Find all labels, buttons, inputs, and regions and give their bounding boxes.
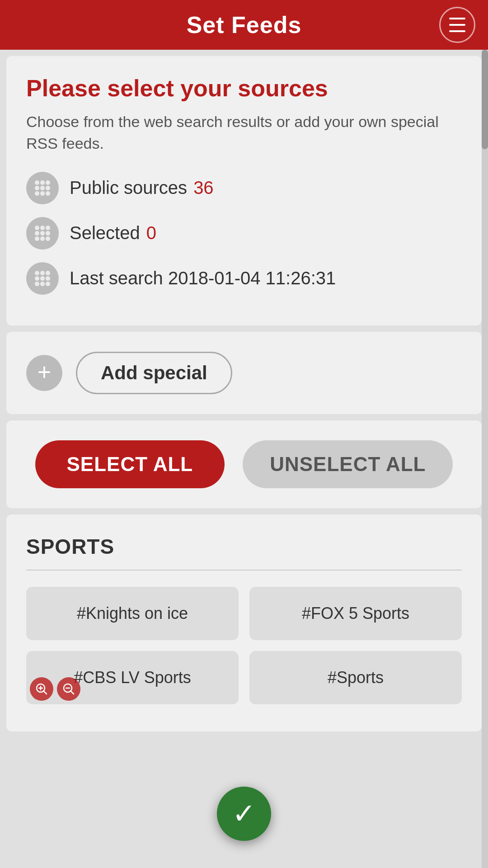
- svg-point-12: [35, 231, 39, 236]
- last-search-value: 2018-01-04 11:26:31: [168, 268, 336, 288]
- feed-item-cbs[interactable]: #CBS LV Sports: [26, 651, 239, 704]
- feeds-grid: #Knights on ice #FOX 5 Sports #CBS LV Sp…: [26, 587, 462, 704]
- last-search-label: Last search 2018-01-04 11:26:31: [70, 268, 336, 288]
- checkmark-icon: ✓: [232, 800, 256, 828]
- selected-row: Selected 0: [26, 217, 462, 250]
- svg-point-0: [35, 180, 39, 185]
- svg-point-9: [35, 226, 39, 230]
- public-sources-icon: [26, 172, 59, 204]
- zoom-in-icon[interactable]: [30, 677, 53, 701]
- public-sources-row: Public sources 36: [26, 172, 462, 204]
- svg-point-13: [40, 231, 45, 236]
- confirm-fab[interactable]: ✓: [217, 787, 271, 841]
- unselect-all-button[interactable]: UNSELECT ALL: [243, 440, 453, 488]
- hamburger-icon: [449, 18, 465, 32]
- category-divider: [26, 570, 462, 571]
- svg-point-7: [40, 191, 45, 196]
- header-title: Set Feeds: [187, 11, 302, 38]
- scrollbar[interactable]: [482, 50, 488, 868]
- add-special-button[interactable]: Add special: [76, 352, 232, 394]
- feed-label: #Knights on ice: [77, 604, 188, 623]
- feed-item-sports[interactable]: #Sports: [249, 651, 462, 704]
- svg-line-28: [43, 691, 47, 694]
- svg-point-18: [35, 271, 39, 275]
- selected-label: Selected: [70, 223, 140, 243]
- sports-category-label: SPORTS: [26, 534, 462, 559]
- feed-item-fox5[interactable]: #FOX 5 Sports: [249, 587, 462, 640]
- scrollbar-thumb[interactable]: [482, 50, 488, 149]
- feed-item-knights[interactable]: #Knights on ice: [26, 587, 239, 640]
- app-header: Set Feeds: [0, 0, 488, 50]
- zoom-out-icon[interactable]: [57, 677, 80, 701]
- svg-point-3: [35, 186, 39, 190]
- info-card-title: Please select your sources: [26, 74, 462, 102]
- svg-point-17: [46, 236, 50, 241]
- svg-point-19: [40, 271, 45, 275]
- info-card-subtitle: Choose from the web search results or ad…: [26, 111, 462, 154]
- svg-point-22: [40, 276, 45, 281]
- selected-icon: [26, 217, 59, 250]
- feed-label: #Sports: [328, 668, 384, 687]
- feed-label: #FOX 5 Sports: [302, 604, 409, 623]
- svg-point-2: [46, 180, 50, 185]
- feed-label: #CBS LV Sports: [74, 668, 191, 687]
- svg-point-16: [40, 236, 45, 241]
- svg-point-5: [46, 186, 50, 190]
- public-sources-count: 36: [193, 178, 214, 198]
- zoom-controls: [30, 677, 80, 701]
- add-special-card: + Add special: [6, 332, 482, 414]
- sports-card: SPORTS #Knights on ice #FOX 5 Sports #CB…: [6, 514, 482, 731]
- select-all-button[interactable]: SELECT ALL: [35, 440, 225, 488]
- svg-point-14: [46, 231, 50, 236]
- svg-line-32: [70, 691, 74, 694]
- svg-point-24: [35, 282, 39, 286]
- svg-point-26: [46, 282, 50, 286]
- svg-point-15: [35, 236, 39, 241]
- svg-point-10: [40, 226, 45, 230]
- info-card: Please select your sources Choose from t…: [6, 56, 482, 326]
- menu-button[interactable]: [439, 7, 475, 43]
- public-sources-label: Public sources: [70, 178, 187, 198]
- last-search-icon: [26, 262, 59, 295]
- svg-point-8: [46, 191, 50, 196]
- svg-point-20: [46, 271, 50, 275]
- svg-point-23: [46, 276, 50, 281]
- svg-point-25: [40, 282, 45, 286]
- svg-point-11: [46, 226, 50, 230]
- svg-point-6: [35, 191, 39, 196]
- plus-icon: +: [38, 360, 51, 384]
- svg-point-1: [40, 180, 45, 185]
- selected-count: 0: [146, 223, 156, 243]
- add-circle-button[interactable]: +: [26, 355, 62, 391]
- last-search-row: Last search 2018-01-04 11:26:31: [26, 262, 462, 295]
- svg-point-4: [40, 186, 45, 190]
- select-all-card: SELECT ALL UNSELECT ALL: [6, 420, 482, 508]
- svg-point-21: [35, 276, 39, 281]
